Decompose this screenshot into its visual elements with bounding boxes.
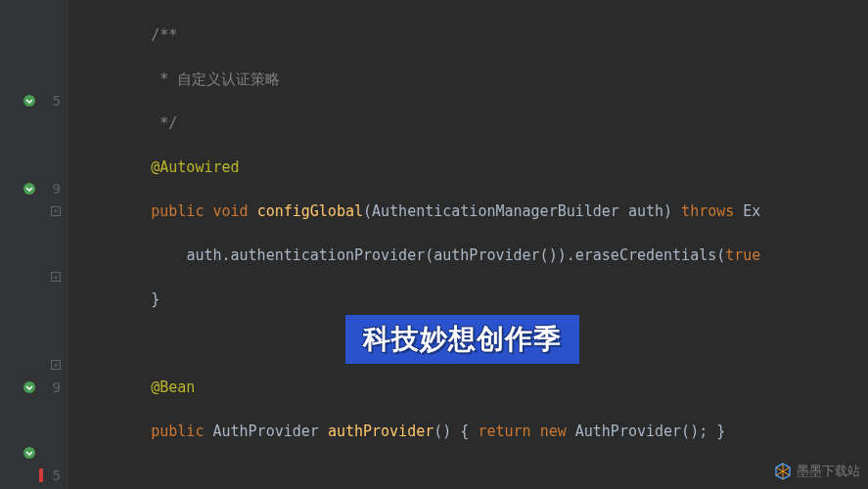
code-text: () { (434, 422, 469, 440)
keyword: public (151, 202, 204, 220)
keyword: new (540, 422, 567, 440)
keyword: return (478, 422, 530, 440)
code-editor: 5 9 + + + 9 (0, 0, 868, 489)
keyword: void (212, 202, 248, 220)
code-text: auth.authenticationProvider(authProvider… (186, 246, 725, 264)
code-text: (AuthenticationManagerBuilder auth) (363, 202, 672, 220)
override-icon[interactable] (22, 445, 37, 461)
editor-gutter: 5 9 + + + 9 (0, 0, 69, 489)
code-content[interactable]: /** * 自定义认证策略 */ @Autowired public void … (69, 0, 868, 489)
keyword: public (151, 422, 204, 440)
code-text: } (80, 290, 160, 308)
code-text: 自定义认证策略 (177, 70, 280, 88)
svg-point-1 (23, 183, 35, 195)
fold-icon[interactable]: + (51, 206, 61, 216)
type: AuthProvider (212, 422, 318, 440)
fold-icon[interactable]: + (51, 360, 61, 370)
override-icon[interactable] (22, 93, 37, 109)
bookmark-icon[interactable] (39, 468, 43, 482)
code-text: /** (80, 26, 177, 44)
fold-icon[interactable]: + (51, 272, 61, 282)
svg-point-2 (23, 381, 35, 393)
code-text: * (80, 70, 177, 88)
watermark-text: 墨墨下载站 (797, 463, 860, 480)
override-icon[interactable] (22, 379, 37, 395)
literal: true (725, 246, 760, 264)
method-name: configGlobal (257, 202, 363, 220)
banner-text: 科技妙想创作季 (363, 324, 562, 354)
override-icon[interactable] (22, 181, 37, 197)
annotation: @Bean (151, 378, 195, 396)
watermark: 墨墨下载站 (773, 462, 860, 481)
code-text: AuthProvider(); } (575, 422, 726, 440)
annotation: @Autowired (151, 158, 239, 176)
code-text: */ (80, 114, 177, 132)
watermark-logo-icon (773, 462, 793, 481)
svg-point-3 (23, 447, 35, 459)
method-name: authProvider (328, 422, 434, 440)
code-text: Ex (743, 202, 760, 220)
svg-point-0 (23, 95, 35, 107)
overlay-banner: 科技妙想创作季 (345, 315, 579, 364)
code-text (80, 246, 186, 264)
keyword: throws (681, 202, 734, 220)
